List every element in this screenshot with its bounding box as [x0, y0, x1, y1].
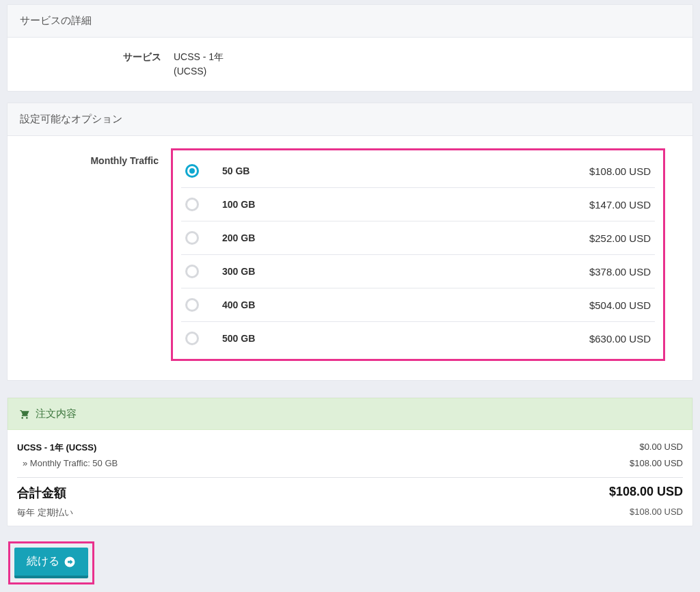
order-summary-body: UCSS - 1年 (UCSS) $0.00 USD » Monthly Tra… — [8, 430, 692, 526]
summary-total-value: $108.00 USD — [609, 485, 683, 501]
service-value: UCSS - 1年 (UCSS) — [174, 50, 680, 79]
traffic-option-price: $630.00 USD — [589, 333, 651, 345]
monthly-traffic-label: Monthly Traffic — [24, 148, 171, 361]
configurable-options-panel: 設定可能なオプション Monthly Traffic 50 GB$108.00 … — [7, 103, 693, 381]
service-value-line2: (UCSS) — [174, 66, 206, 77]
traffic-option-price: $252.00 USD — [589, 232, 651, 244]
service-details-panel: サービスの詳細 サービス UCSS - 1年 (UCSS) — [7, 4, 693, 92]
service-value-line1: UCSS - 1年 — [174, 51, 224, 62]
summary-divider — [17, 477, 683, 478]
order-summary-title: 注文内容 — [36, 407, 77, 420]
summary-total-label: 合計金額 — [17, 485, 66, 501]
traffic-option-label: 400 GB — [222, 299, 589, 310]
summary-recurring-row: 毎年 定期払い $108.00 USD — [17, 504, 683, 519]
continue-button-wrap: 続ける — [8, 541, 693, 584]
service-details-body: サービス UCSS - 1年 (UCSS) — [8, 38, 692, 91]
summary-product-name: UCSS - 1年 (UCSS) — [17, 442, 96, 454]
summary-option-name: » Monthly Traffic: 50 GB — [17, 458, 118, 468]
traffic-option-row[interactable]: 300 GB$378.00 USD — [181, 255, 655, 288]
traffic-option-price: $108.00 USD — [589, 165, 651, 177]
summary-recurring-value: $108.00 USD — [630, 507, 683, 519]
traffic-option-row[interactable]: 200 GB$252.00 USD — [181, 221, 655, 255]
radio-icon[interactable] — [185, 198, 199, 211]
configurable-options-body: Monthly Traffic 50 GB$108.00 USD100 GB$1… — [8, 136, 692, 380]
monthly-traffic-options-highlight-box: 50 GB$108.00 USD100 GB$147.00 USD200 GB$… — [171, 148, 665, 361]
radio-icon[interactable] — [185, 265, 199, 278]
traffic-option-row[interactable]: 50 GB$108.00 USD — [181, 154, 655, 188]
traffic-option-row[interactable]: 100 GB$147.00 USD — [181, 188, 655, 221]
traffic-option-price: $147.00 USD — [589, 199, 651, 211]
summary-option-price: $108.00 USD — [630, 458, 683, 468]
traffic-option-row[interactable]: 400 GB$504.00 USD — [181, 288, 655, 322]
arrow-right-circle-icon — [64, 556, 76, 568]
summary-option-row: » Monthly Traffic: 50 GB $108.00 USD — [17, 456, 683, 470]
configurable-options-title: 設定可能なオプション — [8, 103, 692, 136]
radio-icon[interactable] — [185, 164, 199, 178]
monthly-traffic-options-list: 50 GB$108.00 USD100 GB$147.00 USD200 GB$… — [181, 154, 655, 355]
summary-recurring-label: 毎年 定期払い — [17, 507, 73, 519]
radio-icon[interactable] — [185, 298, 199, 312]
continue-button[interactable]: 続ける — [14, 548, 88, 578]
summary-product-price: $0.00 USD — [639, 442, 683, 454]
traffic-option-price: $378.00 USD — [589, 266, 651, 278]
summary-product-row: UCSS - 1年 (UCSS) $0.00 USD — [17, 440, 683, 456]
order-summary-panel: 注文内容 UCSS - 1年 (UCSS) $0.00 USD » Monthl… — [7, 397, 693, 526]
cart-icon — [19, 409, 30, 420]
summary-total-row: 合計金額 $108.00 USD — [17, 483, 683, 504]
traffic-option-price: $504.00 USD — [589, 299, 651, 311]
continue-button-label: 続ける — [27, 554, 59, 569]
traffic-option-row[interactable]: 500 GB$630.00 USD — [181, 322, 655, 355]
service-details-title: サービスの詳細 — [8, 5, 692, 38]
traffic-option-label: 200 GB — [222, 232, 589, 243]
continue-button-highlight-box: 続ける — [8, 541, 94, 584]
order-summary-header: 注文内容 — [8, 398, 692, 430]
traffic-option-label: 100 GB — [222, 199, 589, 210]
service-label: サービス — [20, 50, 174, 64]
traffic-option-label: 500 GB — [222, 333, 589, 344]
service-row: サービス UCSS - 1年 (UCSS) — [20, 50, 680, 79]
traffic-option-label: 300 GB — [222, 266, 589, 277]
traffic-option-label: 50 GB — [222, 165, 589, 176]
radio-icon[interactable] — [185, 231, 199, 245]
radio-icon[interactable] — [185, 332, 199, 345]
